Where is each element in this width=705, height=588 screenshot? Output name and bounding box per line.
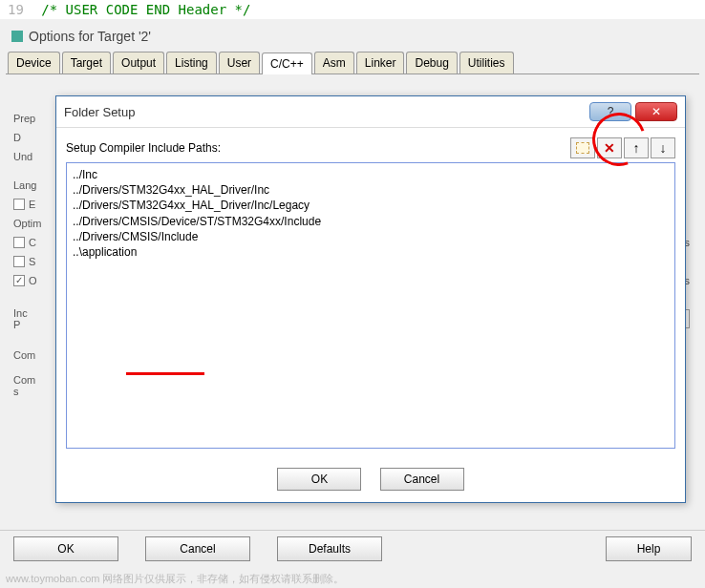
setup-label: Setup Compiler Include Paths: <box>66 141 568 155</box>
move-up-button[interactable]: ↑ <box>624 137 649 158</box>
folder-setup-dialog: Folder Setup ? ✕ Setup Compiler Include … <box>55 95 686 503</box>
app-icon <box>11 31 23 42</box>
include-paths-list[interactable]: ../Inc ../Drivers/STM32G4xx_HAL_Driver/I… <box>66 162 675 449</box>
move-down-button[interactable]: ↓ <box>651 137 675 158</box>
delete-icon: ✕ <box>604 140 615 156</box>
tab-strip: Device Target Output Listing User C/C++ … <box>6 52 699 74</box>
code-comment: /* USER CODE END Header */ <box>41 2 250 17</box>
window-title: Options for Target '2' <box>29 29 151 44</box>
dialog-title-bar: Folder Setup ? ✕ <box>56 96 685 128</box>
window-title-bar: Options for Target '2' <box>6 25 699 48</box>
tab-debug[interactable]: Debug <box>406 52 457 74</box>
dialog-button-row: OK Cancel <box>56 458 685 502</box>
main-cancel-button[interactable]: Cancel <box>145 536 250 561</box>
bg-checkbox-s[interactable] <box>13 256 25 267</box>
tab-target[interactable]: Target <box>62 52 111 74</box>
tab-c-cpp[interactable]: C/C++ <box>262 52 312 74</box>
bg-label-com: Com <box>13 349 35 361</box>
options-window: Options for Target '2' Device Target Out… <box>0 19 705 80</box>
bg-label-o: O <box>29 275 37 286</box>
main-help-button[interactable]: Help <box>606 536 692 561</box>
bg-checkbox-e[interactable] <box>13 199 25 210</box>
delete-path-button[interactable]: ✕ <box>597 137 622 158</box>
bg-label-e: E <box>29 199 35 210</box>
main-button-row: OK Cancel Defaults Help <box>0 530 705 567</box>
bg-checkbox-o[interactable] <box>13 275 25 286</box>
dialog-help-button[interactable]: ? <box>589 102 631 121</box>
dialog-body: Setup Compiler Include Paths: ✕ ↑ ↓ ../I… <box>56 128 685 458</box>
code-header-line: 19 /* USER CODE END Header */ <box>0 0 705 19</box>
setup-toolbar: Setup Compiler Include Paths: ✕ ↑ ↓ <box>66 137 675 158</box>
tab-linker[interactable]: Linker <box>356 52 405 74</box>
bg-label-com-s: Com s <box>13 374 35 397</box>
tab-device[interactable]: Device <box>8 52 60 74</box>
dialog-title: Folder Setup <box>64 105 135 119</box>
help-icon: ? <box>608 105 614 118</box>
bg-checkbox-c[interactable] <box>13 237 25 248</box>
bg-label-lang: Lang <box>13 179 36 191</box>
main-ok-button[interactable]: OK <box>13 536 118 561</box>
tab-asm[interactable]: Asm <box>314 52 354 74</box>
watermark-text: www.toymoban.com 网络图片仅供展示，非存储，如有侵权请联系删除。 <box>6 572 344 586</box>
cancel-button[interactable]: Cancel <box>380 468 464 491</box>
bg-label-s: S <box>29 256 35 267</box>
new-file-icon <box>576 142 589 154</box>
tab-listing[interactable]: Listing <box>166 52 217 74</box>
line-number: 19 <box>8 2 24 17</box>
arrow-up-icon: ↑ <box>633 141 640 155</box>
bg-label-d: D <box>13 132 21 143</box>
tab-output[interactable]: Output <box>113 52 164 74</box>
close-icon: ✕ <box>652 105 661 118</box>
bg-label-inc-p: Inc P <box>13 307 28 330</box>
arrow-down-icon: ↓ <box>660 141 667 155</box>
bg-label-und: Und <box>13 151 32 162</box>
dialog-close-button[interactable]: ✕ <box>635 102 677 121</box>
tab-user[interactable]: User <box>219 52 260 74</box>
tab-utilities[interactable]: Utilities <box>459 52 514 74</box>
bg-label-c: C <box>29 237 36 248</box>
new-path-button[interactable] <box>570 137 595 158</box>
bg-label-prep: Prep <box>13 113 35 124</box>
ok-button[interactable]: OK <box>277 468 361 491</box>
main-defaults-button[interactable]: Defaults <box>277 536 382 561</box>
bg-label-optim: Optim <box>13 218 41 229</box>
